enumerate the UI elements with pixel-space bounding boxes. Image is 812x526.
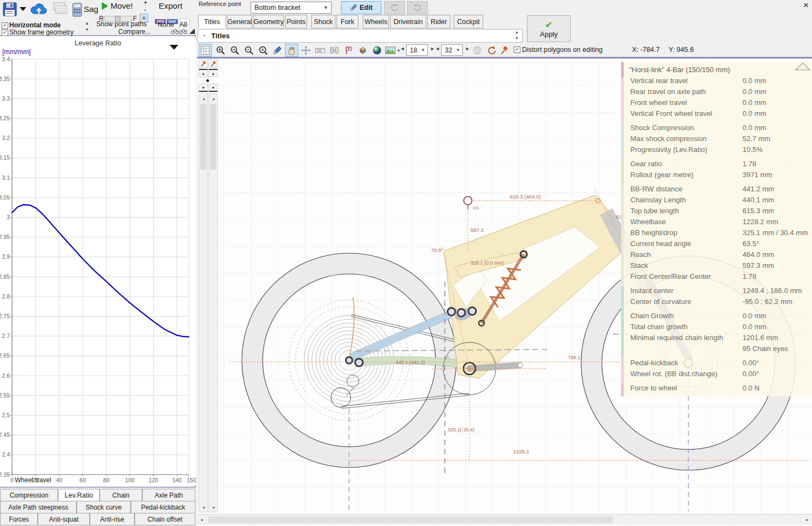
section-spin-down-icon[interactable]: ▼ [515,36,519,40]
pushpin-icon [200,61,207,67]
pin-right-button[interactable] [208,60,218,68]
tab-rider[interactable]: Rider [427,15,450,28]
size1-next-icon[interactable]: ► [430,46,435,51]
horizontal-mode-label: Horizontal mode [9,21,61,29]
tab-chain-offset[interactable]: Chain offset [135,513,195,525]
redo-button[interactable] [407,1,428,14]
move-button[interactable]: Move! [111,1,133,10]
info-label: Minimal required chain length [630,334,723,342]
zoom-out-button[interactable] [228,44,241,57]
grid-toggle-button[interactable] [199,44,212,57]
horizontal-mode-checkbox[interactable]: ✓ [2,22,8,29]
scrollbar-thumb[interactable] [208,516,613,523]
tab-cockpit[interactable]: Cockpit [454,15,483,28]
tab-forces[interactable]: Forces [0,513,38,525]
size2-next-icon[interactable]: ► [465,46,470,51]
scrollbar-thumb[interactable] [210,104,216,170]
drawing-canvas[interactable]: 615.3 (464.0) 597.3 63.5° 75.8° 318.1 (0… [197,59,812,526]
undo-button[interactable] [384,1,405,14]
measure-button[interactable]: 123 [314,44,327,57]
scroll-down-icon[interactable]: ▼ [199,503,208,512]
scroll-right-icon[interactable]: ► [803,515,812,524]
scroll-up-icon[interactable]: ▲ [199,94,208,103]
close-icon[interactable]: × [803,0,809,11]
pan-tool-button[interactable] [285,44,298,57]
vertical-scrollbar-2[interactable]: ▲ ▼ [208,93,218,512]
view-3d-button[interactable] [356,44,369,57]
apply-button[interactable]: ✔ Apply [527,15,571,42]
edit-button[interactable]: Edit [341,1,381,14]
show-frame-geometry-checkbox[interactable]: ✓ [2,30,8,36]
tab-chain[interactable]: Chain [100,489,142,501]
compare-button[interactable]: Compare... [118,28,150,36]
rotate-button[interactable] [485,44,498,57]
background-button[interactable]: ▼ [385,44,401,57]
tab-anti-squat[interactable]: Anti-squat [38,513,90,525]
print-button[interactable] [51,1,69,18]
tab-points[interactable]: Points [285,15,307,28]
zoom-in-button[interactable] [214,44,227,57]
travel-minus-button[interactable]: - [144,5,146,14]
pin-button[interactable] [498,44,509,57]
scroll-top-left-button[interactable]: ▲ [199,69,208,77]
chart-selector-dropdown[interactable] [170,45,178,50]
svg-text:3.2: 3.2 [2,135,10,141]
spin-up-icon[interactable]: ▲ [85,21,89,26]
resize-corner[interactable] [189,28,195,34]
tab-general[interactable]: General [227,15,252,28]
info-label: Progressivity (Lev.Ratio) [630,145,707,154]
point-size-combo[interactable]: 18▼ [406,44,428,56]
tab-drivetrain[interactable]: Drivetrain [390,15,426,28]
redo-icon [413,3,422,12]
reference-point-select[interactable]: Bottom bracket ▼ [251,2,332,14]
info-value: 1201.6 mm [743,334,778,342]
render-button[interactable] [370,44,384,57]
calculator-button[interactable] [71,2,83,17]
tab-fork[interactable]: Fork [337,15,358,28]
tab-wheels[interactable]: Wheels [363,15,389,28]
tab-axle-path[interactable]: Axle Path [142,489,195,501]
main-toolbar-area: Reference point Bottom bracket ▼ Edit × … [197,0,812,59]
chart-plot[interactable]: 3.43.353.33.253.23.153.13.0532.952.92.85… [0,37,196,486]
scroll-up-icon[interactable]: ▲ [209,94,218,103]
tab-lev-ratio[interactable]: Lev.Ratio [58,489,100,501]
tab-shock[interactable]: Shock [311,15,335,28]
flag-points-button[interactable]: P [342,44,355,57]
pen-icon [272,45,282,55]
panel-collapse-button[interactable] [794,62,811,71]
align-button[interactable] [328,44,341,57]
tab-anti-rise[interactable]: Anti-rise [90,513,135,525]
bike-icons[interactable] [171,27,187,34]
upload-button[interactable] [29,2,49,17]
scrollbar-thumb[interactable] [200,104,206,170]
save-button[interactable] [2,2,18,17]
pin-left-button[interactable] [199,60,208,68]
spin-down-icon[interactable]: ▼ [85,27,89,32]
scroll-bottom-left-button[interactable]: ▼ [199,84,208,92]
move-points-button[interactable] [299,44,312,57]
horizontal-scrollbar[interactable]: ◄ ► [197,514,812,525]
save-dropdown-arrow[interactable] [20,7,26,11]
size1-prev-icon[interactable]: ◄ [400,46,405,51]
draw-tool-button[interactable] [271,44,284,57]
scroll-top-right-button[interactable]: ▲ [208,69,218,77]
info-value: 95 Chain eyes [743,344,788,353]
scroll-down-icon[interactable]: ▼ [209,503,218,512]
zoom-fit-button[interactable] [257,44,270,57]
tab-titles[interactable]: Titles [198,15,226,28]
tab-geometry[interactable]: Geometry [253,15,284,28]
section-spin-up-icon[interactable]: ▲ [515,30,519,34]
tab-pedal-kickback[interactable]: Pedal-kickback [131,501,195,513]
scroll-left-icon[interactable]: ◄ [197,515,206,524]
size2-prev-icon[interactable]: ◄ [435,46,440,51]
scroll-bottom-right-button[interactable]: ▼ [208,84,218,92]
vertical-scrollbar-1[interactable]: ▲ ▼ [199,93,208,512]
zoom-previous-button[interactable] [242,44,256,57]
tab-compression[interactable]: Compression [0,489,58,501]
distort-polygons-checkbox[interactable]: ✓ [514,46,520,53]
globe-button[interactable] [471,44,484,57]
tab-axle-path-steepness[interactable]: Axle Path steepness [0,501,77,513]
font-size-combo[interactable]: 32▼ [441,44,463,56]
play-icon[interactable] [102,2,108,10]
tab-shock-curve[interactable]: Shock curve [77,501,131,513]
